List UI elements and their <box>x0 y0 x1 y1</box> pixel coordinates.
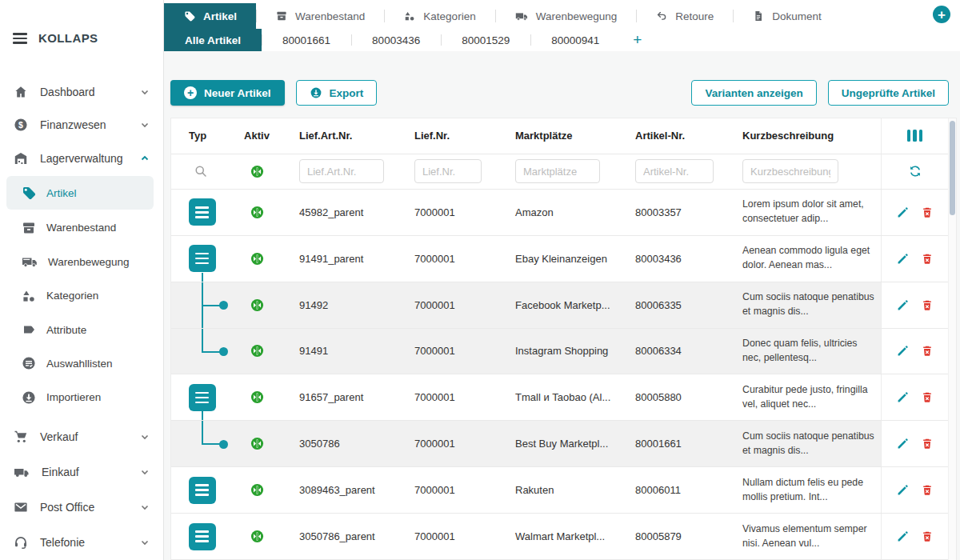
table-row[interactable]: 91492 7000001 Facebook Marketp... 800063… <box>171 282 956 329</box>
search-icon[interactable] <box>194 164 208 178</box>
artikel-nr-cell: 80006334 <box>619 345 726 357</box>
kurzbeschreibung-cell: Aenean commodo ligula eget dolor. Aenean… <box>726 244 881 273</box>
delete-trash-icon[interactable] <box>921 390 934 404</box>
edit-pencil-icon[interactable] <box>896 298 910 312</box>
new-article-button[interactable]: + Neuer Artikel <box>170 80 285 106</box>
tab-kategorien[interactable]: Kategorien <box>384 3 494 29</box>
tab-retoure[interactable]: Retoure <box>636 3 733 29</box>
table-row[interactable]: 91657_parent 7000001 Tmall и Taobao (Al.… <box>171 374 956 421</box>
sidebar-item-kategorien[interactable]: Kategorien <box>0 279 163 313</box>
delete-trash-icon[interactable] <box>921 530 934 543</box>
tab-warenbewegung[interactable]: Warenbewegung <box>495 3 637 29</box>
tab-artikel[interactable]: Artikel <box>164 3 256 29</box>
artikel-nr-filter-input[interactable] <box>635 159 714 183</box>
sidebar-item-einkauf[interactable]: Einkauf <box>0 454 163 490</box>
scrollbar-thumb[interactable] <box>950 121 955 215</box>
lief-art-nr-filter-cell <box>283 159 398 183</box>
warehouse-icon <box>13 150 29 166</box>
col-header-lief-art-nr[interactable]: Lief.Art.Nr. <box>283 130 398 142</box>
row-actions-cell <box>881 421 948 466</box>
kurzbeschreibung-cell: Cum sociis natoque penatibus et magnis d… <box>726 430 881 458</box>
columns-icon[interactable] <box>907 130 923 142</box>
lief-art-nr-cell: 3050786_parent <box>283 530 398 542</box>
subtab-80001529[interactable]: 80001529 <box>441 29 530 51</box>
typ-filter-cell <box>171 164 230 178</box>
lief-nr-filter-input[interactable] <box>414 159 482 183</box>
edit-pencil-icon[interactable] <box>896 252 910 266</box>
delete-trash-icon[interactable] <box>921 437 934 450</box>
parent-article-list-icon[interactable] <box>189 477 216 504</box>
lief-art-nr-cell: 91492 <box>283 299 398 311</box>
table-row[interactable]: 3089463_parent 7000001 Rakuten 80006011 … <box>171 467 956 514</box>
tab-warenbestand[interactable]: Warenbestand <box>256 3 384 29</box>
aktiv-cell <box>230 483 283 497</box>
col-header-artikel-nr[interactable]: Artikel-Nr. <box>619 130 726 142</box>
main-area: Artikel Warenbestand Kategorien Warenbew… <box>164 0 960 560</box>
col-header-aktiv[interactable]: Aktiv <box>230 130 283 142</box>
subtab-80003436[interactable]: 80003436 <box>351 29 441 51</box>
sidebar-item-attribute[interactable]: Attribute <box>0 313 163 346</box>
active-status-icon <box>250 530 264 543</box>
sidebar-item-lagerverwaltung[interactable]: Lagerverwaltung <box>0 142 163 174</box>
attribute-label-icon <box>21 322 37 338</box>
col-header-marktplaetze[interactable]: Marktplätze <box>499 130 619 142</box>
sidebar-item-finanzwesen[interactable]: $ Finanzwesen <box>0 108 163 141</box>
delete-trash-icon[interactable] <box>921 252 934 266</box>
refresh-icon[interactable] <box>908 164 922 178</box>
edit-pencil-icon[interactable] <box>896 206 910 219</box>
lief-nr-cell: 7000001 <box>398 253 499 265</box>
delete-trash-icon[interactable] <box>921 206 934 219</box>
col-header-typ[interactable]: Typ <box>171 130 230 142</box>
table-row[interactable]: 3050786 7000001 Best Buy Marketpl... 800… <box>171 421 956 467</box>
subtab-alle-artikel[interactable]: Alle Artikel <box>164 29 262 51</box>
tab-dokument[interactable]: Dokument <box>733 3 841 29</box>
parent-article-list-icon[interactable] <box>189 245 216 272</box>
subtab-80001661[interactable]: 80001661 <box>262 29 351 51</box>
sidebar-item-artikel[interactable]: Artikel <box>6 176 154 209</box>
delete-trash-icon[interactable] <box>921 344 934 358</box>
lief-art-nr-filter-input[interactable] <box>299 159 384 183</box>
marktplaetze-filter-input[interactable] <box>515 159 600 183</box>
table-row[interactable]: 91491_parent 7000001 Ebay Kleinanzeigen … <box>171 236 956 282</box>
table-row[interactable]: 45982_parent 7000001 Amazon 80003357 Lor… <box>171 190 956 236</box>
edit-pencil-icon[interactable] <box>896 390 910 404</box>
sidebar-item-post-office[interactable]: Post Office <box>0 490 163 525</box>
tree-connector <box>202 273 203 282</box>
parent-article-list-icon[interactable] <box>189 523 216 550</box>
col-header-kurzbeschreibung[interactable]: Kurzbeschreibung <box>726 130 881 142</box>
export-button[interactable]: Export <box>296 80 378 106</box>
menu-hamburger-icon[interactable] <box>13 33 27 44</box>
subtab-80000941[interactable]: 80000941 <box>530 29 620 51</box>
col-header-lief-nr[interactable]: Lief.Nr. <box>398 130 499 142</box>
edit-pencil-icon[interactable] <box>896 437 910 450</box>
sidebar-item-verkauf[interactable]: Verkauf <box>0 419 163 454</box>
edit-pencil-icon[interactable] <box>896 483 910 497</box>
chevron-down-icon <box>139 537 150 548</box>
active-status-filter-icon[interactable] <box>250 165 264 178</box>
sidebar-item-auswahllisten[interactable]: Auswahllisten <box>0 346 163 380</box>
show-variants-button[interactable]: Varianten anzeigen <box>691 80 816 106</box>
parent-article-list-icon[interactable] <box>189 198 216 226</box>
sidebar-item-warenbewegung[interactable]: Warenbewegung <box>0 245 163 278</box>
parent-article-list-icon[interactable] <box>189 384 216 411</box>
table-row[interactable]: 3050786_parent 7000001 Walmart Marketpl.… <box>171 514 956 560</box>
sidebar-item-importieren[interactable]: Importieren <box>0 381 163 414</box>
table-scrollbar[interactable] <box>948 118 956 560</box>
delete-trash-icon[interactable] <box>921 483 934 497</box>
edit-pencil-icon[interactable] <box>896 530 910 543</box>
aktiv-cell <box>230 206 283 219</box>
sidebar-item-telefonie[interactable]: Telefonie <box>0 525 163 560</box>
kurzbeschreibung-filter-input[interactable] <box>742 159 838 183</box>
table-row[interactable]: 91491 7000001 Instagram Shopping 8000633… <box>171 329 956 375</box>
edit-pencil-icon[interactable] <box>896 344 910 358</box>
unverified-articles-button[interactable]: Ungeprüfte Artikel <box>828 80 949 106</box>
add-subtab-button[interactable]: + <box>620 29 654 51</box>
delete-trash-icon[interactable] <box>921 298 934 312</box>
sidebar-item-warenbestand[interactable]: Warenbestand <box>0 211 163 245</box>
tree-node-dot <box>219 301 228 310</box>
add-tab-button[interactable]: + <box>933 6 950 23</box>
chevron-down-icon <box>139 431 150 442</box>
purchase-truck-icon <box>13 464 30 480</box>
sidebar-item-dashboard[interactable]: Dashboard <box>0 75 163 108</box>
lief-nr-cell: 7000001 <box>398 391 499 403</box>
